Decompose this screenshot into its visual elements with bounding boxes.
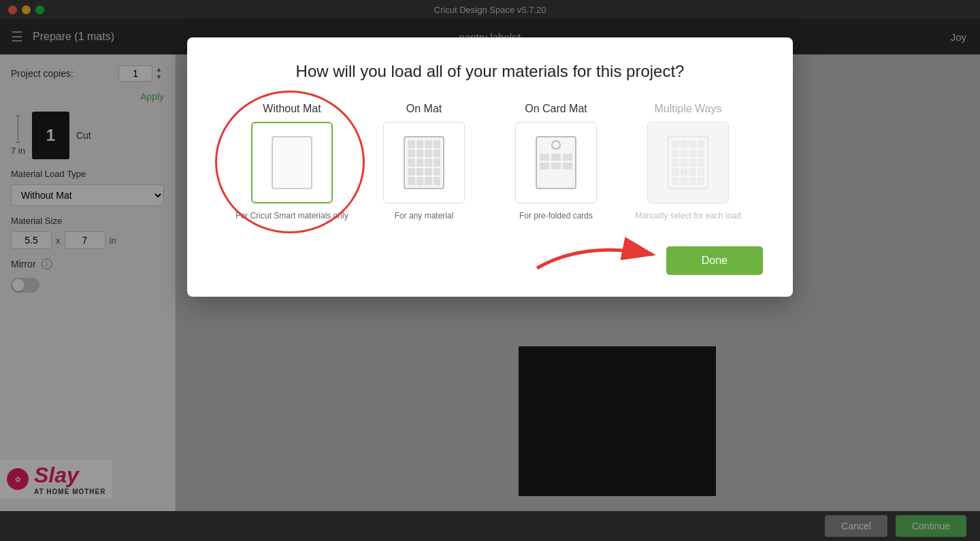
multiple-ways-label: Multiple Ways bbox=[655, 103, 722, 115]
modal-options: Without Mat For Cricut Smart materials o… bbox=[217, 103, 763, 222]
done-button[interactable]: Done bbox=[666, 246, 763, 275]
on-card-mat-label: On Card Mat bbox=[525, 103, 587, 115]
on-card-mat-icon bbox=[536, 136, 576, 189]
multiple-ways-desc: Manually select for each load bbox=[635, 210, 740, 222]
option-without-mat[interactable]: Without Mat For Cricut Smart materials o… bbox=[234, 103, 350, 222]
without-mat-desc: For Cricut Smart materials only bbox=[235, 210, 348, 222]
on-mat-label: On Mat bbox=[406, 103, 442, 115]
without-mat-card[interactable] bbox=[251, 122, 333, 203]
arrow-icon bbox=[530, 234, 666, 275]
without-mat-icon bbox=[272, 136, 312, 189]
modal-title: How will you load all of your materials … bbox=[217, 62, 763, 81]
option-multiple-ways[interactable]: Multiple Ways Manually select for each l… bbox=[630, 103, 746, 222]
on-card-mat-desc: For pre-folded cards bbox=[519, 210, 593, 222]
modal-overlay: How will you load all of your materials … bbox=[0, 0, 980, 541]
multiple-ways-card[interactable] bbox=[647, 122, 729, 203]
on-mat-icon bbox=[404, 136, 444, 189]
on-card-mat-card[interactable] bbox=[515, 122, 597, 203]
modal-dialog: How will you load all of your materials … bbox=[187, 37, 793, 297]
on-mat-desc: For any material bbox=[395, 210, 454, 222]
on-mat-card[interactable] bbox=[383, 122, 465, 203]
option-on-mat[interactable]: On Mat For any material bbox=[366, 103, 482, 222]
modal-footer: Done bbox=[217, 246, 763, 275]
multiple-ways-icon bbox=[668, 136, 708, 189]
without-mat-label: Without Mat bbox=[263, 103, 321, 115]
option-on-card-mat[interactable]: On Card Mat For pre-folded cards bbox=[498, 103, 614, 222]
